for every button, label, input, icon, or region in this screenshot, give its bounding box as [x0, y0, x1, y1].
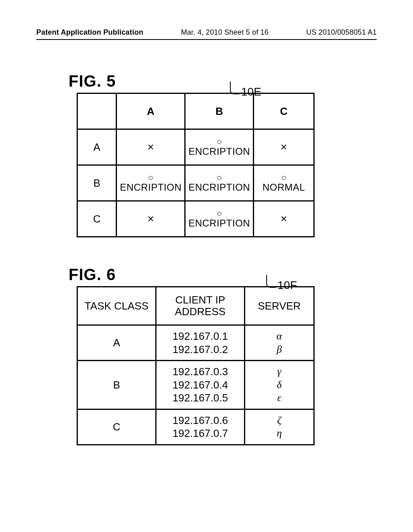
- fig5-row-a: A × ○ ENCRIPTION ×: [77, 129, 314, 165]
- fig5-header-row: A B C: [77, 94, 314, 129]
- cross-mark-icon: ×: [148, 141, 154, 153]
- fig6-header-row: TASK CLASS CLIENT IP ADDRESS SERVER: [77, 287, 314, 325]
- fig5-hdr-a: A: [117, 94, 185, 129]
- circle-mark-icon: ○: [281, 173, 286, 182]
- fig5-label: FIG. 5: [69, 72, 377, 90]
- circle-mark-icon: ○: [217, 137, 222, 146]
- fig5-cell-a-b: ○ ENCRIPTION: [185, 129, 254, 165]
- fig5-hdr-c: C: [254, 94, 314, 129]
- fig5-table: A B C A × ○ ENCRIPTION × B: [77, 93, 315, 237]
- callout-hook-icon: [230, 81, 240, 94]
- fig5-block: FIG. 5 10E A B C A ×: [69, 72, 377, 237]
- fig5-ref: 10E: [241, 85, 261, 98]
- fig6-label: FIG. 6: [69, 266, 377, 284]
- fig6-a-server: α β: [244, 325, 314, 361]
- fig6-ref: 10F: [277, 279, 297, 292]
- fig6-b-task: B: [77, 361, 156, 409]
- header-center: Mar. 4, 2010 Sheet 5 of 16: [181, 28, 269, 37]
- fig5-cell-a-b-text: ENCRIPTION: [188, 146, 250, 156]
- fig5-rowhead-b: B: [77, 165, 117, 201]
- cross-mark-icon: ×: [280, 141, 287, 153]
- cross-mark-icon: ×: [148, 212, 154, 225]
- fig6-hdr-task-class: TASK CLASS: [77, 287, 156, 325]
- fig5-cell-c-b: ○ ENCRIPTION: [185, 201, 254, 237]
- fig6-hdr-server: SERVER: [244, 287, 314, 325]
- fig6-table: TASK CLASS CLIENT IP ADDRESS SERVER A 19…: [77, 286, 315, 445]
- fig6-row-b: B 192.167.0.3 192.167.0.4 192.167.0.5 γ …: [77, 361, 314, 409]
- fig5-row-c: C × ○ ENCRIPTION ×: [77, 201, 314, 237]
- fig5-rowhead-c: C: [77, 201, 117, 237]
- figures-area: FIG. 5 10E A B C A ×: [36, 40, 377, 445]
- fig6-block: FIG. 6 10F TASK CLASS CLIENT IP ADDRESS …: [69, 266, 377, 445]
- fig5-hdr-b: B: [185, 94, 254, 129]
- fig6-c-server: ζ η: [244, 409, 314, 445]
- fig6-row-a: A 192.167.0.1 192.167.0.2 α β: [77, 325, 314, 361]
- callout-hook-icon: [266, 275, 276, 288]
- fig5-cell-c-b-text: ENCRIPTION: [188, 218, 250, 228]
- fig5-hdr-blank: [77, 94, 117, 129]
- fig5-cell-b-c-text: NORMAL: [263, 182, 305, 192]
- fig5-cell-c-a: ×: [117, 201, 185, 237]
- fig5-cell-b-b: ○ ENCRIPTION: [185, 165, 254, 201]
- fig5-cell-b-a-text: ENCRIPTION: [120, 182, 181, 192]
- fig5-row-b: B ○ ENCRIPTION ○ ENCRIPTION: [77, 165, 314, 201]
- fig5-cell-b-a: ○ ENCRIPTION: [117, 165, 185, 201]
- fig5-rowhead-a: A: [77, 129, 117, 165]
- fig5-cell-b-c: ○ NORMAL: [254, 165, 314, 201]
- fig5-cell-a-c: ×: [254, 129, 314, 165]
- fig5-cell-a-a: ×: [117, 129, 185, 165]
- cross-mark-icon: ×: [280, 212, 287, 225]
- fig6-a-task: A: [77, 325, 156, 361]
- circle-mark-icon: ○: [217, 173, 222, 182]
- fig6-hdr-client-ip: CLIENT IP ADDRESS: [156, 287, 245, 325]
- circle-mark-icon: ○: [148, 173, 153, 182]
- circle-mark-icon: ○: [217, 209, 222, 218]
- page-header: Patent Application Publication Mar. 4, 2…: [36, 28, 377, 40]
- header-right: US 2010/0058051 A1: [306, 28, 377, 37]
- fig6-row-c: C 192.167.0.6 192.167.0.7 ζ η: [77, 409, 314, 445]
- fig6-b-ip: 192.167.0.3 192.167.0.4 192.167.0.5: [156, 361, 245, 409]
- fig6-a-ip: 192.167.0.1 192.167.0.2: [156, 325, 245, 361]
- fig6-b-server: γ δ ε: [244, 361, 314, 409]
- fig5-cell-b-b-text: ENCRIPTION: [188, 182, 250, 192]
- header-left: Patent Application Publication: [36, 28, 143, 37]
- patent-page: Patent Application Publication Mar. 4, 2…: [0, 0, 413, 532]
- fig5-cell-c-c: ×: [254, 201, 314, 237]
- fig6-c-ip: 192.167.0.6 192.167.0.7: [156, 409, 245, 445]
- fig6-c-task: C: [77, 409, 156, 445]
